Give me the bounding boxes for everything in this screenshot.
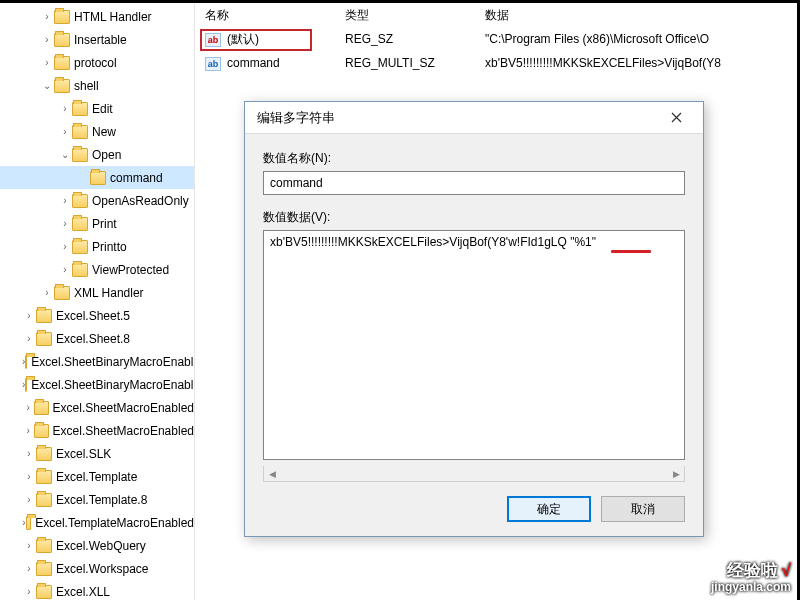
tree-item-protocol[interactable]: ›protocol bbox=[0, 51, 194, 74]
tree-item-excel-webquery[interactable]: ›Excel.WebQuery bbox=[0, 534, 194, 557]
tree-item-xml-handler[interactable]: ›XML Handler bbox=[0, 281, 194, 304]
tree-item-excel-slk[interactable]: ›Excel.SLK bbox=[0, 442, 194, 465]
chevron-right-icon[interactable]: › bbox=[22, 425, 34, 436]
tree-item-command[interactable]: ·command bbox=[0, 166, 194, 189]
chevron-right-icon[interactable]: › bbox=[58, 241, 72, 252]
chevron-right-icon[interactable]: › bbox=[22, 310, 36, 321]
chevron-right-icon[interactable]: › bbox=[22, 494, 36, 505]
folder-icon bbox=[36, 562, 52, 576]
string-value-icon: ab bbox=[205, 33, 221, 47]
value-data-label: 数值数据(V): bbox=[263, 209, 685, 226]
tree-item-excel-sheetmacroenabled[interactable]: ›Excel.SheetMacroEnabled bbox=[0, 419, 194, 442]
folder-icon bbox=[36, 332, 52, 346]
value-type: REG_MULTI_SZ bbox=[345, 56, 485, 70]
chevron-right-icon[interactable]: › bbox=[40, 57, 54, 68]
scroll-left-icon[interactable]: ◀ bbox=[264, 466, 280, 481]
chevron-right-icon[interactable]: › bbox=[22, 563, 36, 574]
tree-item-excel-template[interactable]: ›Excel.Template bbox=[0, 465, 194, 488]
col-header-type[interactable]: 类型 bbox=[345, 7, 485, 24]
cancel-button[interactable]: 取消 bbox=[601, 496, 685, 522]
tree-item-openasreadonly[interactable]: ›OpenAsReadOnly bbox=[0, 189, 194, 212]
check-icon: √ bbox=[782, 561, 791, 580]
tree-item-label: shell bbox=[74, 79, 99, 93]
tree-item-shell[interactable]: ⌄shell bbox=[0, 74, 194, 97]
folder-icon bbox=[54, 56, 70, 70]
tree-item-label: Print bbox=[92, 217, 117, 231]
chevron-down-icon[interactable]: ⌄ bbox=[40, 80, 54, 91]
tree-item-excel-workspace[interactable]: ›Excel.Workspace bbox=[0, 557, 194, 580]
value-type: REG_SZ bbox=[345, 32, 485, 46]
col-header-data[interactable]: 数据 bbox=[485, 7, 797, 24]
folder-icon bbox=[54, 79, 70, 93]
chevron-right-icon[interactable]: › bbox=[58, 264, 72, 275]
chevron-down-icon[interactable]: ⌄ bbox=[58, 149, 72, 160]
chevron-right-icon[interactable]: › bbox=[22, 540, 36, 551]
tree-item-excel-sheet-5[interactable]: ›Excel.Sheet.5 bbox=[0, 304, 194, 327]
dialog-title-text: 编辑多字符串 bbox=[257, 109, 335, 127]
tree-item-label: Printto bbox=[92, 240, 127, 254]
tree-item-excel-xll[interactable]: ›Excel.XLL bbox=[0, 580, 194, 600]
tree-item-label: Excel.WebQuery bbox=[56, 539, 146, 553]
tree-item-label: OpenAsReadOnly bbox=[92, 194, 189, 208]
chevron-right-icon[interactable]: › bbox=[22, 448, 36, 459]
tree-item-label: command bbox=[110, 171, 163, 185]
folder-icon bbox=[36, 447, 52, 461]
folder-icon bbox=[36, 309, 52, 323]
folder-icon bbox=[90, 171, 106, 185]
folder-icon bbox=[34, 424, 48, 438]
tree-item-viewprotected[interactable]: ›ViewProtected bbox=[0, 258, 194, 281]
folder-icon bbox=[36, 585, 52, 599]
folder-icon bbox=[36, 539, 52, 553]
col-header-name[interactable]: 名称 bbox=[205, 7, 345, 24]
tree-item-html-handler[interactable]: ›HTML Handler bbox=[0, 5, 194, 28]
chevron-right-icon[interactable]: › bbox=[58, 126, 72, 137]
chevron-right-icon[interactable]: › bbox=[22, 402, 34, 413]
tree-item-label: protocol bbox=[74, 56, 117, 70]
chevron-right-icon[interactable]: › bbox=[40, 287, 54, 298]
tree-item-excel-sheetbinarymacroenabled[interactable]: ›Excel.SheetBinaryMacroEnabled bbox=[0, 350, 194, 373]
tree-item-printto[interactable]: ›Printto bbox=[0, 235, 194, 258]
tree-item-excel-sheetmacroenabled[interactable]: ›Excel.SheetMacroEnabled bbox=[0, 396, 194, 419]
tree-item-label: New bbox=[92, 125, 116, 139]
tree-item-label: Excel.SheetMacroEnabled bbox=[53, 401, 194, 415]
tree-item-new[interactable]: ›New bbox=[0, 120, 194, 143]
folder-icon bbox=[72, 102, 88, 116]
tree-item-excel-templatemacroenabled[interactable]: ›Excel.TemplateMacroEnabled bbox=[0, 511, 194, 534]
tree-item-excel-sheetbinarymacroenabled[interactable]: ›Excel.SheetBinaryMacroEnabled bbox=[0, 373, 194, 396]
tree-item-label: Excel.Template.8 bbox=[56, 493, 147, 507]
ok-button[interactable]: 确定 bbox=[507, 496, 591, 522]
value-name: (默认) bbox=[227, 32, 259, 46]
tree-item-excel-sheet-8[interactable]: ›Excel.Sheet.8 bbox=[0, 327, 194, 350]
chevron-right-icon[interactable]: › bbox=[40, 11, 54, 22]
chevron-right-icon[interactable]: › bbox=[58, 195, 72, 206]
tree-item-open[interactable]: ⌄Open bbox=[0, 143, 194, 166]
tree-item-edit[interactable]: ›Edit bbox=[0, 97, 194, 120]
value-name-input[interactable] bbox=[263, 171, 685, 195]
chevron-right-icon[interactable]: › bbox=[22, 471, 36, 482]
value-row[interactable]: ab(默认)REG_SZ"C:\Program Files (x86)\Micr… bbox=[195, 27, 797, 51]
chevron-right-icon[interactable]: › bbox=[22, 586, 36, 597]
chevron-right-icon[interactable]: › bbox=[40, 34, 54, 45]
value-name: command bbox=[227, 56, 280, 70]
tree-item-label: Open bbox=[92, 148, 121, 162]
tree-item-excel-template-8[interactable]: ›Excel.Template.8 bbox=[0, 488, 194, 511]
value-row[interactable]: abcommandREG_MULTI_SZxb'BV5!!!!!!!!!MKKS… bbox=[195, 51, 797, 75]
folder-icon bbox=[36, 493, 52, 507]
tree-item-label: Excel.Sheet.5 bbox=[56, 309, 130, 323]
chevron-right-icon[interactable]: › bbox=[22, 333, 36, 344]
chevron-right-icon[interactable]: › bbox=[58, 103, 72, 114]
scroll-right-icon[interactable]: ▶ bbox=[668, 466, 684, 481]
string-value-icon: ab bbox=[205, 57, 221, 71]
horizontal-scrollbar[interactable]: ◀ ▶ bbox=[263, 466, 685, 482]
registry-tree[interactable]: ›HTML Handler›Insertable›protocol⌄shell›… bbox=[0, 3, 195, 600]
chevron-right-icon[interactable]: › bbox=[58, 218, 72, 229]
tree-item-print[interactable]: ›Print bbox=[0, 212, 194, 235]
value-data-textarea[interactable] bbox=[263, 230, 685, 460]
close-icon[interactable] bbox=[657, 106, 695, 130]
list-header: 名称 类型 数据 bbox=[195, 3, 797, 27]
tree-item-label: Excel.TemplateMacroEnabled bbox=[35, 516, 194, 530]
tree-item-insertable[interactable]: ›Insertable bbox=[0, 28, 194, 51]
dialog-titlebar[interactable]: 编辑多字符串 bbox=[245, 102, 703, 134]
tree-item-label: Excel.Sheet.8 bbox=[56, 332, 130, 346]
folder-icon bbox=[54, 286, 70, 300]
